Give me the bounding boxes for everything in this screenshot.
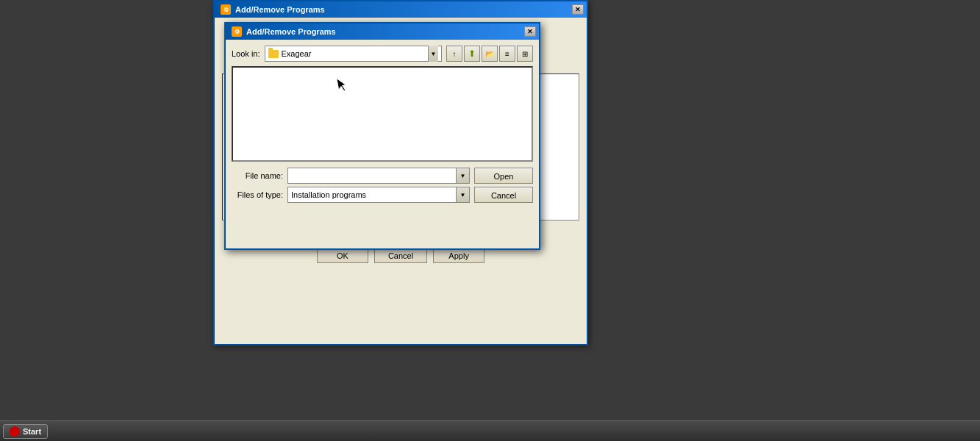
files-of-type-row: Files of type: Installation programs ▼ C…: [232, 187, 533, 203]
details-view-button[interactable]: ⊞: [517, 46, 533, 62]
file-name-input-wrap: ▼: [287, 168, 470, 184]
list-view-icon: ≡: [505, 50, 509, 58]
file-name-dropdown[interactable]: ▼: [457, 168, 470, 184]
outer-titlebar-buttons: ✕: [572, 4, 584, 15]
look-in-dropdown-arrow[interactable]: ▼: [428, 46, 438, 62]
inner-titlebar-buttons: ✕: [524, 26, 536, 37]
files-of-type-display: Installation programs: [287, 187, 457, 203]
file-name-label: File name:: [232, 171, 283, 180]
open-button[interactable]: Open: [474, 168, 533, 184]
outer-window-title: Add/Remove Programs: [235, 5, 325, 14]
inner-titlebar: ⚙ Add/Remove Programs ✕: [226, 24, 539, 40]
file-name-input[interactable]: [287, 168, 457, 184]
look-in-row: Look in: Exagear ▼ ↑ ⬆ 📂 ≡: [232, 46, 533, 62]
file-name-row: File name: ▼ Open: [232, 168, 533, 184]
list-view-button[interactable]: ≡: [499, 46, 515, 62]
back-icon: ⬆: [468, 49, 476, 59]
start-icon: [10, 426, 20, 437]
folder-icon: [268, 50, 279, 58]
ok-button[interactable]: OK: [317, 248, 368, 263]
file-browser-area[interactable]: [232, 66, 533, 162]
up-button[interactable]: ↑: [446, 46, 462, 62]
desktop: ⚙ Add/Remove Programs ✕ ... or to e.: [0, 0, 980, 441]
new-folder-icon: 📂: [485, 50, 494, 58]
outer-close-button[interactable]: ✕: [572, 4, 584, 15]
outer-titlebar-title: ⚙ Add/Remove Programs: [221, 4, 325, 15]
inner-programs-icon: ⚙: [232, 26, 242, 37]
taskbar: Start: [0, 420, 980, 441]
look-in-value: Exagear: [282, 49, 425, 58]
apply-button[interactable]: Apply: [433, 248, 484, 263]
inner-close-button[interactable]: ✕: [524, 26, 536, 37]
outer-titlebar: ⚙ Add/Remove Programs ✕: [215, 1, 587, 18]
details-view-icon: ⊞: [522, 50, 528, 58]
cancel-button[interactable]: Cancel: [374, 248, 427, 263]
inner-dialog-title: Add/Remove Programs: [246, 27, 336, 36]
inner-file-dialog: ⚙ Add/Remove Programs ✕ Look in: Exagear…: [224, 22, 540, 250]
files-of-type-label: Files of type:: [232, 190, 283, 199]
programs-icon: ⚙: [221, 4, 231, 15]
inner-cancel-button[interactable]: Cancel: [474, 187, 533, 203]
files-of-type-input-wrap: Installation programs ▼: [287, 187, 470, 203]
outer-bottom-buttons: OK Cancel Apply: [222, 248, 579, 263]
look-in-select[interactable]: Exagear ▼: [265, 46, 442, 62]
inner-titlebar-title: ⚙ Add/Remove Programs: [232, 26, 336, 37]
start-button[interactable]: Start: [3, 424, 48, 439]
toolbar-buttons: ↑ ⬆ 📂 ≡ ⊞: [446, 46, 533, 62]
start-label: Start: [23, 427, 41, 436]
look-in-label: Look in:: [232, 49, 260, 58]
back-button[interactable]: ⬆: [464, 46, 480, 62]
inner-dialog-content: Look in: Exagear ▼ ↑ ⬆ 📂 ≡: [226, 40, 539, 212]
new-folder-button[interactable]: 📂: [482, 46, 498, 62]
files-of-type-dropdown[interactable]: ▼: [457, 187, 470, 203]
